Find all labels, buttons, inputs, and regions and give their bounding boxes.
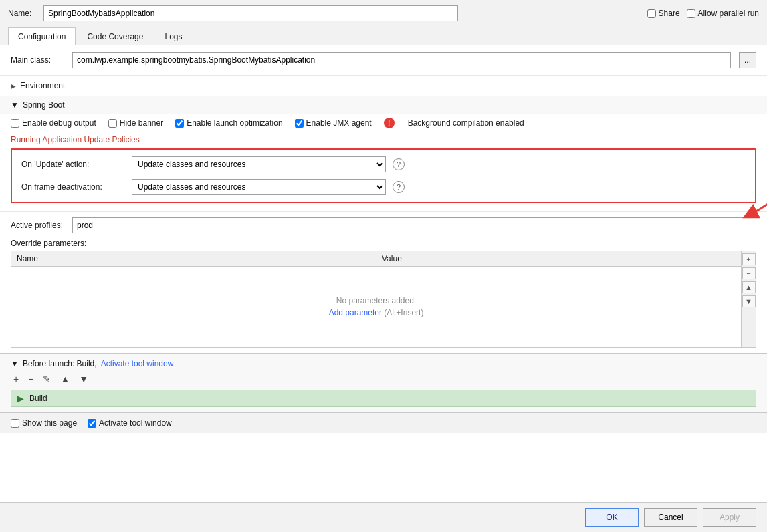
- params-body: No parameters added. Add parameter (Alt+…: [11, 267, 741, 347]
- enable-jmx-label[interactable]: Enable JMX agent: [295, 118, 372, 128]
- environment-section-header[interactable]: ▶ Environment: [0, 76, 767, 96]
- spring-boot-label: Spring Boot: [23, 100, 65, 110]
- active-profiles-row: Active profiles:: [0, 211, 767, 239]
- before-launch-collapse-icon: ▼: [11, 359, 19, 368]
- tab-bar: Configuration Code Coverage Logs: [0, 27, 767, 45]
- main-class-label: Main class:: [11, 55, 64, 65]
- on-update-select[interactable]: Update classes and resources: [132, 156, 386, 172]
- override-params-section: Override parameters: Name Value No param…: [0, 239, 767, 348]
- update-policies-title: Running Application Update Policies: [11, 135, 756, 144]
- content-area: Main class: ... ▶ Environment ▼ Spring B…: [0, 45, 767, 502]
- build-row: ▶ Build: [11, 390, 756, 407]
- activate-window-checkbox[interactable]: [88, 419, 96, 428]
- add-shortcut: (Alt+Insert): [384, 308, 423, 317]
- share-checkbox-label[interactable]: Share: [647, 9, 680, 18]
- parallel-checkbox-label[interactable]: Allow parallel run: [687, 9, 759, 18]
- before-launch-toolbar: + − ✎ ▲ ▼: [11, 372, 756, 386]
- enable-launch-checkbox[interactable]: [175, 119, 184, 128]
- params-col-value: Value: [376, 251, 741, 266]
- on-frame-select[interactable]: Update classes and resources: [132, 179, 386, 195]
- tab-configuration[interactable]: Configuration: [8, 27, 76, 45]
- main-class-browse-button[interactable]: ...: [739, 52, 756, 68]
- on-update-label: On 'Update' action:: [21, 160, 125, 169]
- tab-code-coverage[interactable]: Code Coverage: [77, 27, 153, 45]
- on-update-help-icon[interactable]: ?: [393, 158, 405, 170]
- bg-compilation-info-icon: !: [384, 118, 395, 128]
- ok-button[interactable]: OK: [585, 508, 639, 527]
- spring-boot-options: Enable debug output Hide banner Enable l…: [0, 114, 767, 135]
- before-launch-down-button[interactable]: ▼: [76, 372, 91, 386]
- environment-collapse-icon: ▶: [11, 82, 16, 90]
- share-checkbox[interactable]: [647, 9, 656, 18]
- dialog-header: Name: Share Allow parallel run: [0, 0, 767, 27]
- update-policies-section: Running Application Update Policies On '…: [11, 135, 756, 203]
- on-frame-help-icon[interactable]: ?: [393, 181, 405, 193]
- params-table-wrapper: Name Value No parameters added. Add para…: [11, 251, 756, 348]
- params-table: Name Value No parameters added. Add para…: [11, 251, 741, 347]
- enable-jmx-checkbox[interactable]: [295, 119, 304, 128]
- apply-button[interactable]: Apply: [703, 508, 756, 527]
- on-frame-row: On frame deactivation: Update classes an…: [21, 179, 746, 195]
- enable-debug-label[interactable]: Enable debug output: [11, 118, 96, 128]
- params-col-name: Name: [11, 251, 376, 266]
- params-sidebar: + − ▲ ▼: [741, 251, 756, 347]
- before-launch-title: Before launch: Build,: [23, 359, 97, 368]
- environment-label: Environment: [20, 81, 65, 90]
- show-page-checkbox[interactable]: [11, 419, 19, 428]
- name-input[interactable]: [43, 5, 458, 21]
- main-class-input[interactable]: [72, 52, 731, 68]
- parallel-checkbox[interactable]: [687, 9, 695, 18]
- activate-window-label[interactable]: Activate tool window: [88, 418, 172, 428]
- name-label: Name:: [8, 9, 38, 18]
- active-profiles-label: Active profiles:: [11, 221, 64, 230]
- build-icon: ▶: [17, 393, 24, 404]
- params-remove-button[interactable]: −: [742, 267, 756, 279]
- enable-debug-checkbox[interactable]: [11, 119, 19, 128]
- footer-checkboxes: Show this page Activate tool window: [0, 412, 767, 433]
- active-profiles-input[interactable]: [72, 217, 756, 233]
- before-launch-edit-button[interactable]: ✎: [40, 372, 53, 386]
- before-launch-section: ▼ Before launch: Build, Activate tool wi…: [0, 353, 767, 412]
- override-params-title: Override parameters:: [11, 239, 756, 248]
- params-add-button[interactable]: +: [742, 253, 756, 265]
- spring-boot-collapse-icon: ▼: [11, 100, 19, 110]
- params-empty-text: No parameters added.: [336, 296, 416, 305]
- cancel-button[interactable]: Cancel: [644, 508, 697, 527]
- main-class-row: Main class: ...: [0, 45, 767, 76]
- before-launch-header: ▼ Before launch: Build, Activate tool wi…: [11, 359, 756, 368]
- bg-compilation-text: Background compilation enabled: [408, 118, 524, 128]
- before-launch-add-button[interactable]: +: [11, 372, 21, 386]
- add-parameter-link[interactable]: Add parameter (Alt+Insert): [329, 308, 424, 317]
- on-frame-label: On frame deactivation:: [21, 182, 125, 192]
- params-header: Name Value: [11, 251, 741, 267]
- on-update-row: On 'Update' action: Update classes and r…: [21, 156, 746, 172]
- before-launch-link[interactable]: Activate tool window: [101, 359, 174, 368]
- before-launch-up-button[interactable]: ▲: [58, 372, 72, 386]
- hide-banner-label[interactable]: Hide banner: [108, 118, 163, 128]
- dialog-footer: OK Cancel Apply: [0, 502, 767, 532]
- header-right: Share Allow parallel run: [647, 9, 759, 18]
- params-down-button[interactable]: ▼: [742, 295, 756, 307]
- build-label: Build: [29, 394, 47, 403]
- update-policies-box: On 'Update' action: Update classes and r…: [11, 148, 756, 203]
- tab-logs[interactable]: Logs: [154, 27, 192, 45]
- spring-boot-section: ▼ Spring Boot Enable debug output Hide b…: [0, 96, 767, 348]
- hide-banner-checkbox[interactable]: [108, 119, 117, 128]
- params-up-button[interactable]: ▲: [742, 281, 756, 293]
- before-launch-remove-button[interactable]: −: [25, 372, 36, 386]
- spring-boot-header[interactable]: ▼ Spring Boot: [0, 96, 767, 114]
- show-page-label[interactable]: Show this page: [11, 418, 77, 428]
- enable-launch-label[interactable]: Enable launch optimization: [175, 118, 282, 128]
